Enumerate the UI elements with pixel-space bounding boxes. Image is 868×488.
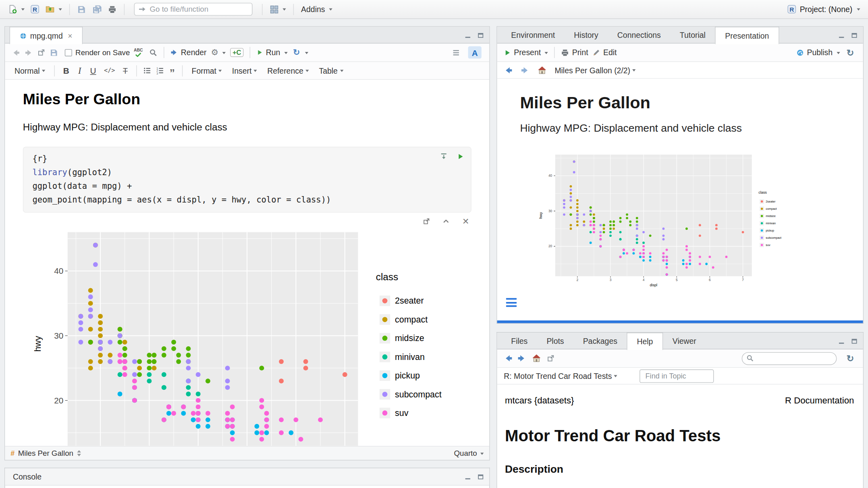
slide-back-button[interactable] [504, 66, 513, 74]
refresh-help-button[interactable]: ↻ [842, 352, 859, 365]
tab-plots[interactable]: Plots [537, 333, 573, 349]
collapse-output-icon[interactable] [442, 217, 450, 225]
find-replace-button[interactable] [147, 47, 160, 58]
tab-help[interactable]: Help [627, 333, 663, 350]
present-caret[interactable] [545, 52, 548, 56]
edit-presentation-button[interactable]: Edit [590, 47, 619, 58]
presentation-slide[interactable]: Miles Per Gallon Highway MPG: Displaceme… [497, 79, 863, 320]
paragraph-style-dropdown[interactable]: Normal [10, 66, 50, 75]
spellcheck-button[interactable]: ABC [134, 48, 143, 57]
nav-back-button[interactable] [10, 47, 23, 58]
visual-editor-toggle[interactable]: A [468, 46, 482, 58]
presentation-pane: EnvironmentHistoryConnectionsTutorialPre… [496, 26, 864, 324]
table-menu[interactable]: Table [314, 66, 348, 75]
code-format-button[interactable]: </> [101, 67, 118, 74]
run-chunk-icon[interactable] [457, 153, 464, 160]
document-editor[interactable]: Miles Per Gallon Highway MPG: Displaceme… [5, 80, 489, 446]
code-chunk[interactable]: {r} library(ggplot2)ggplot(data = mpg) +… [23, 147, 471, 213]
run-caret[interactable] [284, 52, 287, 56]
console-header[interactable]: Console [5, 468, 489, 486]
blockquote-button[interactable]: ” [166, 70, 178, 76]
save-button[interactable] [75, 4, 88, 15]
maximize-pane-icon[interactable] [851, 337, 858, 345]
open-recent-caret[interactable] [59, 8, 62, 12]
go-to-file-input[interactable] [134, 3, 253, 16]
new-file-caret[interactable] [21, 8, 25, 12]
output-popout-icon[interactable] [423, 217, 430, 225]
new-project-button[interactable] [28, 3, 42, 15]
insert-menu[interactable]: Insert [227, 66, 262, 75]
italic-button[interactable]: I [74, 66, 86, 76]
project-menu[interactable]: Project: (None) [787, 4, 860, 14]
nav-forward-button[interactable] [22, 47, 35, 58]
tab-presentation[interactable]: Presentation [715, 27, 779, 44]
tab-history[interactable]: History [565, 27, 608, 43]
bold-button[interactable]: B [59, 66, 74, 76]
bullet-list-button[interactable] [141, 65, 154, 76]
addins-menu[interactable]: Addins [299, 4, 334, 15]
code-line: geom_point(mapping = aes(x = displ, y = … [32, 193, 462, 207]
minimize-pane-icon[interactable] [464, 473, 471, 480]
render-settings-button[interactable]: ⚙ [209, 46, 228, 58]
outline-toggle-button[interactable] [450, 47, 463, 58]
publish-button[interactable]: Publish [793, 47, 842, 58]
code-line: ggplot(data = mpg) + [32, 179, 462, 193]
print-presentation-button[interactable]: Print [559, 47, 590, 58]
help-home-button[interactable] [532, 354, 542, 363]
rerun-caret[interactable] [305, 52, 308, 56]
help-back-button[interactable] [504, 354, 513, 363]
insert-chunk-button[interactable]: +C [228, 47, 246, 58]
tab-viewer[interactable]: Viewer [663, 333, 706, 349]
svg-text:2: 2 [577, 278, 579, 282]
help-popout-button[interactable] [547, 354, 554, 362]
render-button[interactable]: Render [168, 47, 209, 58]
numbered-list-icon [156, 66, 164, 75]
save-doc-button[interactable] [48, 47, 60, 58]
numbered-list-button[interactable] [154, 65, 166, 76]
save-all-button[interactable] [89, 3, 104, 15]
reference-menu[interactable]: Reference [262, 66, 314, 75]
present-button[interactable]: Present [502, 47, 550, 58]
clear-formatting-button[interactable]: T [118, 66, 132, 75]
maximize-pane-icon[interactable] [851, 31, 858, 39]
tab-connections[interactable]: Connections [608, 27, 670, 43]
maximize-pane-icon[interactable] [477, 31, 484, 39]
run-button[interactable]: Run [254, 47, 290, 58]
tab-tutorial[interactable]: Tutorial [670, 27, 715, 43]
tab-mpg-qmd[interactable]: mpg.qmd × [10, 27, 83, 44]
format-menu[interactable]: Format [187, 66, 227, 75]
refresh-presentation-button[interactable]: ↻ [842, 46, 859, 59]
tab-packages[interactable]: Packages [573, 333, 627, 349]
clear-output-icon[interactable]: ✕ [462, 217, 469, 225]
presentation-nav: Miles Per Gallon (2/2) [497, 62, 863, 79]
jump-to-icon[interactable] [77, 450, 81, 457]
minimize-pane-icon[interactable] [838, 337, 845, 345]
doc-type-selector[interactable]: Quarto [454, 449, 484, 457]
slide-selector[interactable]: Miles Per Gallon (2/2) [554, 66, 636, 74]
render-on-save-checkbox[interactable] [65, 49, 72, 56]
rerun-button[interactable]: ↻ [290, 46, 311, 58]
maximize-pane-icon[interactable] [477, 473, 484, 480]
help-forward-button[interactable] [517, 354, 526, 363]
find-in-topic-input[interactable] [640, 369, 714, 383]
help-search-input[interactable] [741, 352, 837, 365]
underline-button[interactable]: U [85, 66, 100, 76]
run-all-above-icon[interactable] [440, 152, 448, 161]
open-in-window-button[interactable] [35, 48, 47, 58]
new-file-button[interactable] [6, 3, 27, 15]
tab-environment[interactable]: Environment [502, 27, 565, 43]
close-tab-icon[interactable]: × [68, 31, 72, 40]
pane-layout-caret[interactable] [282, 8, 286, 12]
minimize-pane-icon[interactable] [838, 31, 845, 39]
help-topic-selector[interactable]: R: Motor Trend Car Road Tests [504, 371, 617, 380]
home-slide-button[interactable] [537, 66, 547, 74]
tab-files[interactable]: Files [502, 333, 537, 349]
minimize-pane-icon[interactable] [464, 31, 471, 39]
slide-menu-icon[interactable] [506, 298, 517, 307]
publish-caret[interactable] [837, 52, 840, 56]
print-button[interactable] [106, 4, 119, 15]
slide-forward-button[interactable] [521, 66, 530, 74]
outline-location[interactable]: Miles Per Gallon [18, 449, 73, 457]
pane-layout-button[interactable] [268, 4, 288, 15]
open-file-button[interactable] [43, 3, 64, 15]
